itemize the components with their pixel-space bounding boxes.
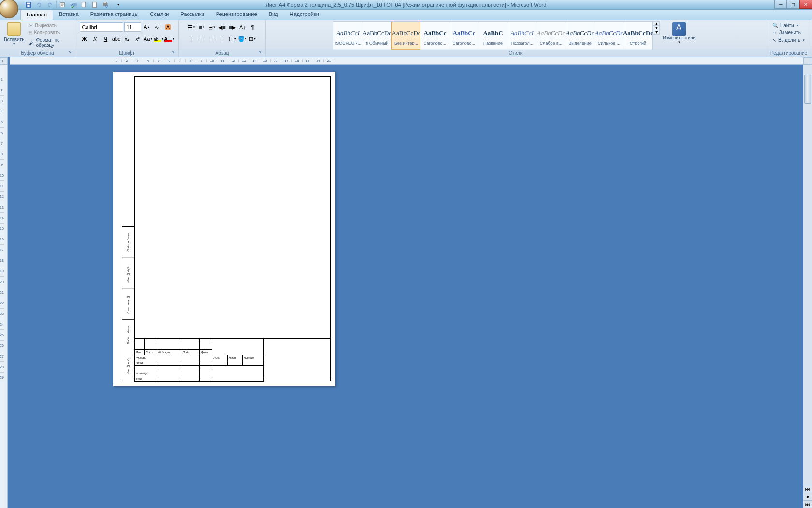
next-page-icon[interactable]: ⏭ [803,500,812,508]
cursor-icon: ↖ [772,37,776,43]
paragraph-expand-icon[interactable]: ⬊ [259,50,264,56]
browse-object-icon[interactable]: ● [803,493,812,500]
align-center-icon[interactable]: ≡ [197,34,207,44]
clear-format-icon[interactable]: A [163,22,173,32]
ribbon: Вставить ▼ ✂Вырезать ⎘Копировать 🖌Формат… [0,20,812,57]
styles-gallery[interactable]: AaBbCcIISOCPEUR...AaBbCcDc¶ ОбычныйAaBbC… [333,21,653,50]
sort-icon[interactable]: A↓ [238,22,247,32]
binoculars-icon: 🔍 [772,23,778,28]
copy-button[interactable]: ⎘Копировать [28,30,71,36]
select-button[interactable]: ↖Выделить▼ [770,37,807,43]
prev-page-icon[interactable]: ⏮ [803,485,812,493]
minimize-button[interactable]: ─ [774,0,787,9]
style-item[interactable]: AaBbCНазвание [478,22,508,50]
superscript-button[interactable]: x² [133,34,143,44]
gallery-down-icon[interactable]: ▼ [653,26,660,30]
replace-button[interactable]: ↔Заменить [770,30,807,36]
style-item[interactable]: AaBbCcЗаголово... [450,22,478,50]
tab-view[interactable]: Вид [263,10,284,20]
new-doc-icon[interactable] [90,0,99,9]
scroll-thumb[interactable] [804,75,811,104]
spellcheck-icon[interactable]: ABC [69,0,78,9]
vertical-ruler[interactable]: 1234567891011121314151617181920212223242… [0,65,8,508]
style-item[interactable]: AaBbCcDcБез интер... [392,22,420,50]
style-item[interactable]: AaBbCcIПодзагол... [508,22,536,50]
line-spacing-icon[interactable]: ‡≡▼ [228,34,237,44]
svg-rect-8 [104,2,106,3]
bullets-icon[interactable]: ☰▼ [187,22,197,32]
underline-button[interactable]: Ч [101,34,111,44]
paste-button[interactable]: Вставить ▼ [2,21,26,46]
italic-button[interactable]: К [90,34,100,44]
tab-references[interactable]: Ссылки [145,10,175,20]
tab-selector[interactable]: ∟ [0,57,8,65]
qat-btn-1[interactable] [58,0,67,9]
font-expand-icon[interactable]: ⬊ [172,50,177,56]
vertical-scrollbar[interactable]: ⏮ ● ⏭ [803,65,812,508]
style-item[interactable]: AaBbCcIISOCPEUR... [334,22,362,50]
change-styles-button[interactable]: Изменить стили ▼ [660,21,698,45]
tab-review[interactable]: Рецензирование [210,10,263,20]
tab-mailings[interactable]: Рассылки [174,10,210,20]
scissors-icon: ✂ [29,23,33,28]
group-editing: 🔍Найти▼ ↔Заменить ↖Выделить▼ Редактирова… [766,20,812,57]
strikethrough-button[interactable]: abc [112,34,121,44]
tab-addins[interactable]: Надстройки [284,10,325,20]
highlight-button[interactable]: ab▼ [154,34,164,44]
group-styles: AaBbCcIISOCPEUR...AaBbCcDc¶ ОбычныйAaBbC… [266,20,766,57]
multilevel-icon[interactable]: ⊟▼ [207,22,217,32]
save-icon[interactable] [24,0,33,9]
print-preview-icon[interactable] [101,0,110,9]
style-item[interactable]: AaBbCcDcСильное ... [594,22,624,50]
grow-font-icon[interactable]: A▲ [142,22,152,32]
redo-icon[interactable] [45,0,54,9]
ribbon-tabs: Главная Вставка Разметка страницы Ссылки… [0,10,812,20]
svg-rect-1 [27,2,30,4]
font-name-combo[interactable] [80,22,123,32]
clipboard-expand-icon[interactable]: ⬊ [68,50,74,56]
document-page[interactable]: Подп. и датаИнв. № дубл.Взам. инв. №Подп… [113,72,335,386]
qat-customize-icon[interactable]: ▼ [114,0,123,9]
gallery-up-icon[interactable]: ▲ [653,21,660,26]
subscript-button[interactable]: x₂ [122,34,132,44]
style-item[interactable]: AaBbCcDcСлабое в... [536,22,566,50]
change-styles-icon [672,22,686,36]
svg-rect-2 [27,5,29,7]
ruler-toggle[interactable] [803,57,812,65]
svg-text:ABC: ABC [71,2,77,6]
copy-icon: ⎘ [29,30,32,35]
style-item[interactable]: AaBbCcЗаголово... [420,22,450,50]
undo-icon[interactable] [35,0,44,9]
style-item[interactable]: AaBbCcDcВыделение [566,22,594,50]
bold-button[interactable]: Ж [80,34,89,44]
tab-insert[interactable]: Вставка [53,10,85,20]
style-item[interactable]: AaBbCcDc¶ Обычный [362,22,392,50]
format-painter-button[interactable]: 🖌Формат по образцу [28,37,71,48]
paste-icon [7,22,21,36]
borders-icon[interactable]: ⊞▼ [248,34,258,44]
tab-page-layout[interactable]: Разметка страницы [85,10,145,20]
show-marks-icon[interactable]: ¶ [248,22,258,32]
close-button[interactable]: ✕ [799,0,812,9]
font-size-combo[interactable] [124,22,141,32]
gallery-expand-icon[interactable]: ▼̲ [653,30,660,35]
shrink-font-icon[interactable]: A▼ [153,22,162,32]
decrease-indent-icon[interactable]: ◀≡ [218,22,227,32]
style-item[interactable]: AaBbCcDcСтрогий [624,22,652,50]
qat-btn-3[interactable] [80,0,88,9]
tab-home[interactable]: Главная [20,10,53,20]
justify-icon[interactable]: ≡ [218,34,227,44]
align-right-icon[interactable]: ≡ [207,34,217,44]
horizontal-ruler[interactable]: 123456789101112131415161718192021 [10,57,803,65]
align-left-icon[interactable]: ≡ [187,34,197,44]
change-case-button[interactable]: Aa▼ [144,34,153,44]
find-button[interactable]: 🔍Найти▼ [770,22,807,29]
brush-icon: 🖌 [29,40,34,45]
side-stamp-block: Подп. и датаИнв. № дубл.Взам. инв. №Подп… [122,226,134,381]
numbering-icon[interactable]: ≡▼ [197,22,207,32]
increase-indent-icon[interactable]: ≡▶ [228,22,237,32]
cut-button[interactable]: ✂Вырезать [28,22,71,29]
font-color-button[interactable]: A▼ [165,34,174,44]
shading-icon[interactable]: 🪣▼ [238,34,247,44]
maximize-button[interactable]: □ [787,0,799,9]
